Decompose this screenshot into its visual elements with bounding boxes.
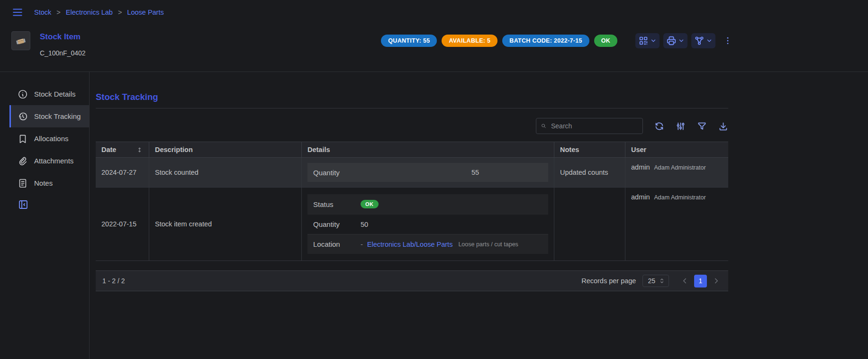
- column-header-user[interactable]: User: [625, 142, 728, 157]
- cell-notes: Updated counts: [554, 158, 625, 187]
- column-header-details[interactable]: Details: [302, 142, 554, 157]
- table-header-row: Date Description Details Notes User: [96, 142, 728, 158]
- stock-operations-icon: [694, 36, 705, 46]
- refresh-button[interactable]: [654, 121, 664, 131]
- location-link[interactable]: Electronics Lab/Loose Parts: [367, 241, 453, 248]
- pagination-controls: Records per page 25 1: [581, 275, 722, 287]
- notes-icon: [18, 178, 28, 188]
- location-prefix: -: [361, 241, 363, 248]
- stock-actions-button[interactable]: [691, 33, 715, 48]
- sidebar-collapse-button[interactable]: [18, 199, 29, 210]
- bookmark-icon: [18, 134, 28, 144]
- column-header-description[interactable]: Description: [149, 142, 302, 157]
- search-box: [536, 118, 643, 134]
- breadcrumb-link-loose-parts[interactable]: Loose Parts: [127, 9, 163, 16]
- main-panel: Stock Tracking: [96, 72, 728, 359]
- refresh-icon: [654, 121, 664, 131]
- detail-line-quantity: Quantity 50: [307, 214, 548, 234]
- column-header-notes[interactable]: Notes: [554, 142, 625, 157]
- column-label: Notes: [560, 146, 579, 153]
- quantity-badge: QUANTITY: 55: [381, 35, 437, 47]
- printer-icon: [666, 36, 677, 46]
- detail-label: Status: [313, 200, 361, 208]
- column-header-date[interactable]: Date: [96, 142, 149, 157]
- adjustments-icon: [676, 121, 686, 131]
- record-range: 1 - 2 / 2: [102, 277, 125, 285]
- page-titles: Stock Item C_100nF_0402: [40, 31, 86, 57]
- status-badges: QUANTITY: 55 AVAILABLE: 5 BATCH CODE: 20…: [381, 35, 617, 47]
- detail-value: 55: [408, 169, 542, 176]
- sidebar-item-allocations[interactable]: Allocations: [9, 127, 89, 150]
- user-fullname: Adam Administrator: [654, 194, 706, 201]
- sidebar-item-stock-tracking[interactable]: Stock Tracking: [9, 105, 89, 127]
- print-actions-button[interactable]: [663, 33, 687, 48]
- breadcrumb-link-stock[interactable]: Stock: [34, 9, 51, 16]
- download-icon: [718, 121, 728, 131]
- cell-user: admin Adam Administrator: [625, 188, 728, 260]
- menu-icon[interactable]: [11, 6, 24, 18]
- sidebar-item-label: Stock Tracking: [34, 112, 81, 120]
- column-label: User: [631, 146, 646, 153]
- search-input[interactable]: [550, 122, 638, 130]
- column-label: Date: [101, 146, 116, 153]
- qrcode-icon: [638, 36, 649, 46]
- cell-user: admin Adam Administrator: [625, 158, 728, 187]
- sidebar-collapse-icon: [18, 199, 29, 210]
- table-row[interactable]: 2024-07-27 Stock counted Quantity 55 Upd…: [96, 158, 728, 188]
- chevron-down-icon: [650, 37, 657, 44]
- detail-value: 50: [361, 221, 368, 228]
- sidebar-item-label: Notes: [34, 179, 53, 187]
- next-page-button[interactable]: [711, 276, 722, 286]
- cell-description: Stock item created: [149, 188, 302, 260]
- chevron-down-icon: [706, 37, 713, 44]
- selector-icon: [659, 278, 665, 284]
- status-badge: OK: [594, 35, 617, 47]
- page-header: Stock Item C_100nF_0402 QUANTITY: 55 AVA…: [0, 25, 740, 72]
- page-header-left: Stock Item C_100nF_0402: [11, 31, 86, 57]
- breadcrumb-separator: >: [56, 9, 60, 16]
- cell-date: 2022-07-15: [96, 188, 149, 260]
- page-subtitle: C_100nF_0402: [40, 49, 86, 57]
- more-actions-button[interactable]: [721, 34, 734, 47]
- chevron-right-icon: [712, 277, 721, 285]
- app: Stock > Electronics Lab > Loose Parts: [0, 0, 740, 359]
- cell-details: Status OK Quantity 50 Location - Electro…: [302, 188, 554, 260]
- sidebar-item-label: Stock Details: [34, 90, 76, 98]
- records-per-page-select[interactable]: 25: [642, 275, 669, 287]
- column-label: Description: [155, 146, 193, 153]
- info-circle-icon: [18, 89, 28, 99]
- chevron-down-icon: [678, 37, 685, 44]
- chevron-left-icon: [680, 277, 689, 285]
- cell-date: 2024-07-27: [96, 158, 149, 187]
- heading-divider: [96, 108, 728, 108]
- records-per-page-value: 25: [648, 277, 655, 285]
- breadcrumb-link-electronics-lab[interactable]: Electronics Lab: [66, 9, 113, 16]
- table-row[interactable]: 2022-07-15 Stock item created Status OK …: [96, 188, 728, 261]
- sidebar-item-notes[interactable]: Notes: [9, 172, 89, 194]
- page-1-button[interactable]: 1: [694, 275, 707, 287]
- content: Stock Details Stock Tracking Allocations…: [0, 72, 740, 359]
- sort-icon: [136, 146, 143, 153]
- barcode-actions-button[interactable]: [635, 33, 660, 48]
- table-settings-button[interactable]: [676, 121, 686, 131]
- sidebar-item-label: Attachments: [34, 157, 73, 165]
- location-detail: Loose parts / cut tapes: [458, 241, 518, 248]
- sidebar-item-attachments[interactable]: Attachments: [9, 150, 89, 172]
- pager: 1: [679, 275, 722, 287]
- username: admin: [631, 193, 650, 201]
- sidebar-item-stock-details[interactable]: Stock Details: [9, 83, 89, 105]
- filter-button[interactable]: [697, 121, 707, 131]
- sidebar-item-label: Allocations: [34, 135, 69, 143]
- download-button[interactable]: [718, 121, 728, 131]
- column-label: Details: [307, 146, 330, 153]
- detail-line-status: Status OK: [307, 194, 548, 214]
- previous-page-button[interactable]: [679, 276, 690, 286]
- detail-label: Quantity: [313, 169, 408, 177]
- capacitor-image: [14, 34, 28, 48]
- paperclip-icon: [18, 156, 28, 166]
- records-per-page-label: Records per page: [581, 277, 636, 285]
- part-thumbnail[interactable]: [11, 31, 30, 50]
- cell-notes: [554, 188, 625, 260]
- section-heading: Stock Tracking: [96, 92, 728, 102]
- header-actions: [635, 33, 734, 48]
